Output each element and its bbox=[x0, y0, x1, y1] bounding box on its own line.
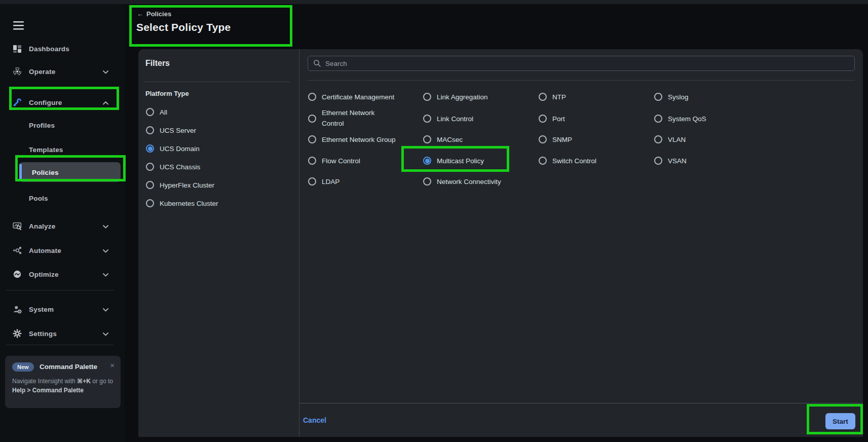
filters-divider bbox=[144, 82, 290, 82]
sidebar-item-operate[interactable]: Operate bbox=[0, 64, 125, 79]
radio-unselected[interactable] bbox=[539, 115, 547, 123]
sidebar-item-label: Policies bbox=[32, 168, 59, 176]
policy-option-ethernet-network-group[interactable]: Ethernet Network Group bbox=[308, 134, 396, 144]
radio-unselected[interactable] bbox=[308, 135, 316, 143]
policy-option-system-qos[interactable]: System QoS bbox=[654, 114, 706, 124]
radio-unselected[interactable] bbox=[539, 93, 547, 101]
sidebar-item-label: Templates bbox=[29, 146, 63, 154]
chevron-down-icon bbox=[103, 270, 108, 279]
sidebar-item-configure[interactable]: Configure bbox=[0, 95, 125, 110]
filter-option-ucs-chassis[interactable]: UCS Chassis bbox=[146, 162, 200, 172]
radio-unselected[interactable] bbox=[423, 177, 431, 186]
cancel-button[interactable]: Cancel bbox=[303, 416, 326, 424]
radio-selected[interactable] bbox=[146, 144, 154, 153]
configure-wrench-icon bbox=[12, 97, 22, 107]
shortcut-key: ⌘+K bbox=[77, 378, 91, 385]
policy-option-switch-control[interactable]: Switch Control bbox=[539, 156, 596, 166]
policy-option-multicast-policy-selected[interactable]: Multicast Policy bbox=[423, 156, 484, 166]
policy-option-ntp[interactable]: NTP bbox=[539, 92, 566, 102]
search-input[interactable] bbox=[308, 56, 855, 71]
chevron-down-icon bbox=[103, 305, 108, 314]
footer-divider bbox=[299, 403, 863, 403]
radio-selected[interactable] bbox=[423, 157, 431, 165]
policy-option-vlan[interactable]: VLAN bbox=[654, 134, 686, 144]
filter-option-ucs-server[interactable]: UCS Server bbox=[146, 125, 196, 135]
policy-option-link-control[interactable]: Link Control bbox=[423, 114, 473, 124]
sidebar-divider bbox=[6, 345, 114, 345]
policy-option-network-connectivity[interactable]: Network Connectivity bbox=[423, 176, 501, 187]
close-icon[interactable]: × bbox=[110, 361, 115, 370]
policy-option-link-aggregation[interactable]: Link Aggregation bbox=[423, 92, 488, 102]
sidebar-item-optimize[interactable]: Optimize bbox=[0, 267, 125, 282]
radio-unselected[interactable] bbox=[539, 135, 547, 143]
sidebar-item-label: Operate bbox=[29, 68, 55, 76]
menu-path: Help > Command Palette bbox=[12, 387, 84, 394]
radio-unselected[interactable] bbox=[308, 93, 316, 101]
radio-unselected[interactable] bbox=[146, 108, 154, 116]
radio-unselected[interactable] bbox=[423, 135, 431, 143]
sidebar-item-profiles[interactable]: Profiles bbox=[0, 118, 125, 133]
policy-option-syslog[interactable]: Syslog bbox=[654, 92, 689, 102]
filter-option-kubernetes-cluster[interactable]: Kubernetes Cluster bbox=[146, 198, 218, 208]
sidebar-item-automate[interactable]: Automate bbox=[0, 243, 125, 258]
search-divider bbox=[308, 80, 855, 81]
sidebar-item-policies-selected[interactable]: Policies bbox=[19, 162, 121, 182]
start-button[interactable]: Start bbox=[825, 413, 855, 429]
chevron-down-icon bbox=[103, 246, 108, 255]
policy-option-snmp[interactable]: SNMP bbox=[539, 134, 572, 144]
platform-type-label: Platform Type bbox=[145, 90, 189, 97]
policy-option-vsan[interactable]: VSAN bbox=[654, 156, 687, 166]
top-strip bbox=[0, 0, 868, 4]
sidebar-item-system[interactable]: System bbox=[0, 302, 125, 317]
settings-gear-icon bbox=[12, 328, 22, 339]
optimize-cycle-icon bbox=[12, 269, 22, 279]
radio-unselected[interactable] bbox=[654, 157, 662, 165]
filter-option-hyperflex-cluster[interactable]: HyperFlex Cluster bbox=[146, 180, 214, 190]
chevron-up-icon bbox=[103, 98, 108, 107]
sidebar-item-label: Pools bbox=[29, 195, 48, 202]
breadcrumb-back-policies[interactable]: ←Policies bbox=[137, 10, 171, 18]
radio-unselected[interactable] bbox=[308, 157, 316, 165]
radio-unselected[interactable] bbox=[423, 93, 431, 101]
policy-option-ldap[interactable]: LDAP bbox=[308, 176, 339, 187]
sidebar-item-label: Automate bbox=[29, 247, 61, 254]
radio-unselected[interactable] bbox=[539, 157, 547, 165]
radio-unselected[interactable] bbox=[654, 93, 662, 101]
chevron-down-icon bbox=[103, 329, 108, 338]
filter-option-all[interactable]: All bbox=[146, 107, 167, 117]
policy-option-port[interactable]: Port bbox=[539, 114, 565, 124]
sidebar-item-settings[interactable]: Settings bbox=[0, 326, 125, 341]
sidebar-item-templates[interactable]: Templates bbox=[0, 142, 125, 157]
sidebar-item-pools[interactable]: Pools bbox=[0, 191, 125, 206]
radio-unselected[interactable] bbox=[308, 177, 316, 186]
radio-unselected[interactable] bbox=[423, 115, 431, 123]
filter-option-ucs-domain[interactable]: UCS Domain bbox=[146, 143, 200, 154]
sidebar-item-dashboards[interactable]: Dashboards bbox=[0, 41, 125, 56]
radio-unselected[interactable] bbox=[146, 181, 154, 189]
radio-unselected[interactable] bbox=[654, 135, 662, 143]
radio-unselected[interactable] bbox=[146, 126, 154, 134]
filters-title: Filters bbox=[145, 59, 170, 68]
active-indicator-bar bbox=[19, 164, 22, 180]
policy-option-flow-control[interactable]: Flow Control bbox=[308, 156, 360, 166]
radio-unselected[interactable] bbox=[308, 115, 316, 123]
policy-option-ethernet-network-control[interactable]: Ethernet Network Control bbox=[308, 108, 387, 129]
radio-unselected[interactable] bbox=[146, 199, 154, 207]
hamburger-menu-icon[interactable] bbox=[13, 21, 24, 30]
sidebar-divider bbox=[6, 290, 114, 290]
vertical-divider bbox=[299, 49, 299, 437]
radio-unselected[interactable] bbox=[146, 163, 154, 171]
sidebar-item-label: Settings bbox=[29, 330, 57, 338]
search-box bbox=[308, 56, 855, 71]
radio-unselected[interactable] bbox=[654, 115, 662, 123]
new-badge: New bbox=[12, 362, 34, 372]
select-policy-panel: Filters Platform Type All UCS Server UCS… bbox=[138, 49, 863, 437]
chevron-down-icon bbox=[103, 67, 108, 76]
sidebar-item-analyze[interactable]: Analyze bbox=[0, 218, 125, 234]
system-user-gear-icon bbox=[12, 304, 22, 314]
hamburger-glyph bbox=[13, 21, 24, 30]
policy-option-macsec[interactable]: MACsec bbox=[423, 134, 463, 144]
analyze-chart-magnifier-icon bbox=[12, 221, 22, 231]
dashboards-grid-icon bbox=[12, 44, 22, 54]
policy-option-certificate-management[interactable]: Certificate Management bbox=[308, 92, 394, 102]
